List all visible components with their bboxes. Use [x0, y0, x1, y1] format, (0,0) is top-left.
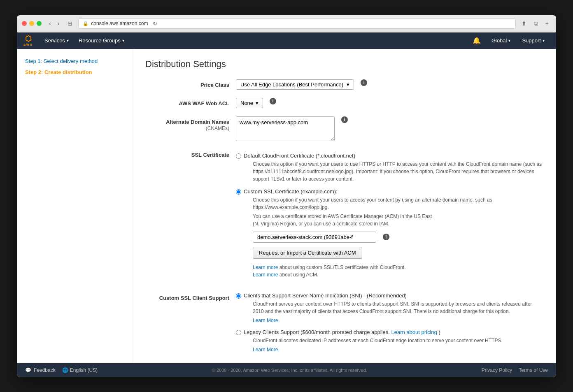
sni-radio[interactable]	[236, 293, 241, 299]
address-bar[interactable]: 🔒 console.aws.amazon.com ↻	[78, 19, 515, 29]
resource-groups-nav-item[interactable]: Resource Groups ▾	[74, 32, 129, 49]
close-button[interactable]	[22, 21, 27, 26]
terms-of-use-link[interactable]: Terms of Use	[519, 367, 548, 373]
waf-control: None ▾ i	[236, 98, 543, 108]
global-label: Global	[491, 37, 507, 44]
lang-label: English (US)	[70, 367, 98, 373]
price-class-info-icon[interactable]: i	[361, 79, 367, 86]
main-layout: Step 1: Select delivery method Step 2: C…	[17, 49, 556, 363]
traffic-lights	[22, 21, 42, 26]
url-text: console.aws.amazon.com	[91, 21, 148, 26]
resource-groups-label: Resource Groups	[79, 37, 121, 44]
price-class-select[interactable]: Use All Edge Locations (Best Performance…	[236, 79, 354, 90]
ssl-default-radio[interactable]	[236, 153, 241, 159]
services-nav-item[interactable]: Services ▾	[40, 32, 74, 49]
acm-button[interactable]: Request or Import a Certificate with ACM	[253, 247, 362, 259]
sni-learn-more-link[interactable]: Learn More	[253, 318, 278, 323]
ssl-custom-radio[interactable]	[236, 189, 241, 195]
back-button[interactable]: ‹	[47, 19, 54, 28]
footer-left: 💬 Feedback 🌐 English (US)	[25, 367, 98, 373]
cert-info-icon[interactable]: i	[383, 234, 389, 240]
support-nav-item[interactable]: Support ▾	[517, 32, 550, 49]
learn-more-ssl-link[interactable]: Learn more	[253, 264, 278, 270]
ssl-row: SSL Certificate Default CloudFront Certi…	[145, 149, 543, 284]
feedback-icon: 💬	[25, 367, 31, 373]
waf-row: AWS WAF Web ACL None ▾ i	[145, 98, 543, 108]
legacy-radio[interactable]	[236, 330, 241, 335]
distribution-settings-form: Price Class Use All Edge Locations (Best…	[145, 79, 543, 358]
ssl-default-option: Default CloudFront Certificate (*.cloudf…	[236, 153, 543, 183]
price-class-label: Price Class	[145, 79, 236, 88]
new-tab-button[interactable]: +	[543, 19, 551, 28]
legacy-learn-more-link[interactable]: Learn More	[253, 347, 278, 353]
page-title: Distribution Settings	[145, 59, 543, 70]
price-class-chevron-icon: ▾	[347, 81, 349, 88]
globe-icon: 🌐	[62, 367, 68, 373]
cnames-info-icon[interactable]: i	[341, 116, 348, 123]
waf-value: None	[240, 100, 253, 106]
cnames-label: Alternate Domain Names (CNAMEs)	[145, 116, 236, 131]
ssl-custom-label: Custom SSL Certificate (example.com):	[244, 188, 338, 195]
learn-more-ssl-suffix: about using custom SSL/TLS certificates …	[280, 264, 406, 270]
lock-icon: 🔒	[83, 21, 89, 26]
waf-select[interactable]: None ▾	[236, 98, 263, 108]
sni-learn-more-container: Learn More	[253, 317, 543, 324]
waf-info-icon[interactable]: i	[270, 98, 276, 104]
legacy-pricing-link[interactable]: Learn about pricing	[391, 329, 437, 335]
legacy-label-container: Legacy Clients Support ($600/month prora…	[244, 329, 503, 353]
legacy-option: Legacy Clients Support ($600/month prora…	[236, 329, 543, 353]
sidebar-step2[interactable]: Step 2: Create distribution	[17, 67, 132, 78]
sidebar-toggle-button[interactable]: ⊞	[65, 19, 75, 28]
ssl-client-control: Clients that Support Server Name Indicat…	[236, 292, 543, 358]
global-chevron-icon: ▾	[508, 38, 510, 43]
privacy-policy-link[interactable]: Privacy Policy	[482, 367, 512, 373]
sni-option: Clients that Support Server Name Indicat…	[236, 292, 543, 324]
cert-input[interactable]	[253, 232, 376, 243]
forward-button[interactable]: ›	[55, 19, 62, 28]
aws-navbar: ⬡ aws Services ▾ Resource Groups ▾ 🔔 Glo…	[17, 32, 556, 49]
nav-right: 🔔 Global ▾ Support ▾	[468, 32, 550, 49]
legacy-label: Legacy Clients Support ($600/month prora…	[244, 329, 440, 335]
fullscreen-button[interactable]	[37, 21, 42, 26]
sni-desc: CloudFront serves your content over HTTP…	[253, 300, 543, 315]
resource-groups-chevron-icon: ▾	[122, 38, 124, 43]
sidebar-step1[interactable]: Step 1: Select delivery method	[17, 56, 132, 67]
sidebar: Step 1: Select delivery method Step 2: C…	[17, 49, 132, 363]
sidebar-step1-label: Step 1: Select delivery method	[25, 58, 98, 64]
ssl-custom-desc1: Choose this option if you want your user…	[253, 196, 543, 211]
learn-more-acm-link[interactable]: Learn more	[253, 272, 278, 278]
reload-button[interactable]: ↻	[153, 21, 157, 27]
aws-logo: ⬡ aws	[23, 35, 33, 46]
language-selector[interactable]: 🌐 English (US)	[62, 367, 98, 373]
ssl-control: Default CloudFront Certificate (*.cloudf…	[236, 149, 543, 284]
ssl-options: Default CloudFront Certificate (*.cloudf…	[236, 153, 543, 279]
share-button[interactable]: ⬆	[519, 19, 529, 28]
ssl-client-row: Custom SSL Client Support Clients that S…	[145, 292, 543, 358]
minimize-button[interactable]	[29, 21, 34, 26]
feedback-label: Feedback	[34, 367, 56, 373]
ssl-default-desc: Choose this option if you want your user…	[253, 160, 543, 183]
sidebar-step2-label: Step 2: Create distribution	[25, 69, 92, 75]
global-nav-item[interactable]: Global ▾	[487, 32, 516, 49]
aws-logo-symbol: ⬡	[25, 35, 32, 42]
price-class-value: Use All Edge Locations (Best Performance…	[240, 81, 343, 88]
cnames-textarea[interactable]	[236, 116, 335, 141]
footer: 💬 Feedback 🌐 English (US) © 2008 - 2020,…	[17, 363, 556, 377]
aws-logo-wordmark: aws	[23, 42, 33, 46]
cnames-control: i	[236, 116, 543, 141]
duplicate-button[interactable]: ⧉	[531, 19, 540, 28]
price-class-input-row: Use All Edge Locations (Best Performance…	[236, 79, 543, 90]
ssl-default-label: Default CloudFront Certificate (*.cloudf…	[244, 153, 355, 159]
feedback-button[interactable]: 💬 Feedback	[25, 367, 56, 373]
ssl-client-label: Custom SSL Client Support	[145, 292, 236, 301]
support-chevron-icon: ▾	[543, 38, 545, 43]
ssl-custom-option: Custom SSL Certificate (example.com): Ch…	[236, 188, 543, 279]
cnames-input-row: i	[236, 116, 543, 141]
sni-label-container: Clients that Support Server Name Indicat…	[244, 292, 543, 324]
notifications-bell-icon[interactable]: 🔔	[468, 37, 485, 44]
learn-more-acm-suffix: about using ACM.	[280, 272, 319, 278]
browser-actions: ⬆ ⧉ +	[519, 19, 551, 28]
sni-label: Clients that Support Server Name Indicat…	[244, 292, 407, 299]
legacy-desc: CloudFront allocates dedicated IP addres…	[253, 337, 503, 344]
main-content: Distribution Settings Price Class Use Al…	[132, 49, 556, 363]
